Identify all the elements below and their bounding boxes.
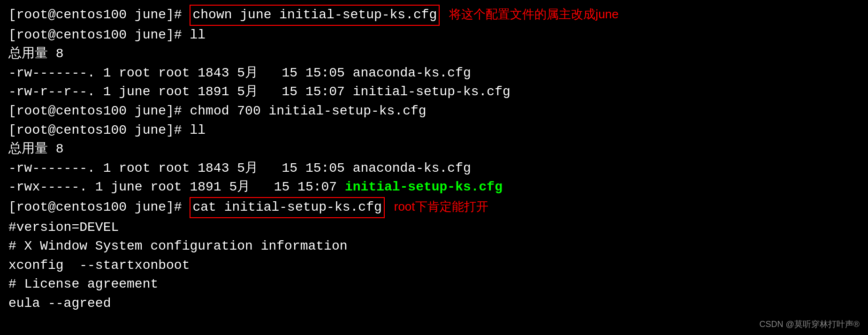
command-boxed: cat initial-setup-ks.cfg [190, 197, 384, 218]
prompt: [root@centos100 june]# [8, 102, 190, 121]
highlighted-filename: initial-setup-ks.cfg [345, 178, 503, 197]
terminal-line: [root@centos100 june]# cat initial-setup… [8, 197, 860, 218]
prompt: [root@centos100 june]# [8, 121, 190, 140]
terminal-line: -rw-r--r--. 1 june root 1891 5月 15 15:07… [8, 83, 860, 102]
command-text: ll [190, 26, 206, 45]
prompt: [root@centos100 june]# [8, 6, 190, 25]
terminal-line: -rw-------. 1 root root 1843 5月 15 15:05… [8, 64, 860, 83]
terminal-line: #version=DEVEL [8, 218, 860, 237]
prompt: [root@centos100 june]# [8, 198, 190, 217]
watermark: CSDN @莫听穿林打叶声® [759, 318, 860, 330]
command-text: ll [190, 121, 206, 140]
terminal-line: eula --agreed [8, 294, 860, 313]
terminal-line: [root@centos100 june]# chown june initia… [8, 5, 860, 26]
terminal-line: -rw-------. 1 root root 1843 5月 15 15:05… [8, 159, 860, 178]
terminal-line: [root@centos100 june]# ll [8, 121, 860, 140]
terminal-line: [root@centos100 june]# chmod 700 initial… [8, 102, 860, 121]
annotation: 将这个配置文件的属主改成june [449, 6, 618, 23]
command-boxed: chown june initial-setup-ks.cfg [190, 5, 440, 26]
terminal-line: [root@centos100 june]# ll [8, 26, 860, 45]
terminal-container: [root@centos100 june]# chown june initia… [8, 5, 860, 313]
terminal-line: -rwx-----. 1 june root 1891 5月 15 15:07 … [8, 178, 860, 197]
terminal-line: 总用量 8 [8, 45, 860, 64]
terminal-line: 总用量 8 [8, 140, 860, 159]
terminal-line: xconfig --startxonboot [8, 256, 860, 275]
prompt: [root@centos100 june]# [8, 26, 190, 45]
annotation: root下肯定能打开 [394, 198, 488, 216]
terminal-line: # X Window System configuration informat… [8, 237, 860, 256]
command-text: chmod 700 initial-setup-ks.cfg [190, 102, 426, 121]
terminal-line: # License agreement [8, 275, 860, 294]
file-permissions: -rwx-----. 1 june root 1891 5月 15 15:07 [8, 178, 345, 197]
